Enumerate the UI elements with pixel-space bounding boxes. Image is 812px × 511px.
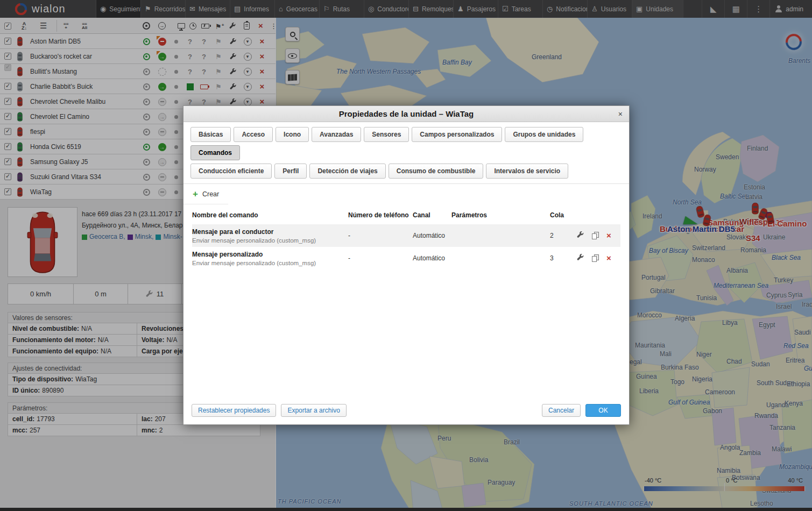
delete-command-icon[interactable]: × (606, 254, 611, 262)
command-queue: 2 (550, 232, 575, 239)
dialog-title: Propiedades de la unidad – WiaTag (339, 109, 474, 118)
dialog-tab-icono[interactable]: Icono (276, 127, 309, 142)
col-channel: Canal (413, 211, 451, 219)
command-channel: Automático (413, 232, 451, 239)
dialog-tab-grupos-de-unidades[interactable]: Grupos de unidades (505, 127, 583, 142)
delete-command-icon[interactable]: × (606, 232, 611, 239)
dialog-tab-detección-de-viajes[interactable]: Detección de viajes (309, 164, 385, 179)
bottom-edge (0, 508, 812, 511)
dialog-tab-campos-personalizados[interactable]: Campos personalizados (412, 127, 502, 142)
col-phone: Número de teléfono (348, 211, 413, 219)
dialog-tab-consumo-de-combustible[interactable]: Consumo de combustible (389, 164, 484, 179)
command-description: Enviar mensaje personalizado (custom_msg… (192, 260, 348, 266)
command-phone: - (348, 232, 413, 239)
edit-command-icon[interactable] (577, 231, 584, 240)
ok-button[interactable]: OK (585, 404, 621, 417)
command-phone: - (348, 254, 413, 262)
dialog-tab-acceso[interactable]: Acceso (234, 127, 273, 142)
command-name: Mensaje personalizado (192, 251, 348, 258)
unit-properties-dialog: Propiedades de la unidad – WiaTag × Bási… (183, 105, 630, 425)
col-queue: Cola (550, 211, 575, 219)
dialog-tab-intervalos-de-servicio[interactable]: Intervalos de servicio (486, 164, 568, 179)
command-row[interactable]: Mensaje para el conductor Enviar mensaje… (192, 224, 620, 247)
copy-command-icon[interactable] (592, 232, 599, 239)
commands-table: Nombre del comando Número de teléfono Ca… (192, 204, 620, 269)
dialog-tab-comandos[interactable]: Comandos (190, 145, 240, 160)
dialog-tab-perfil[interactable]: Perfil (274, 164, 307, 179)
col-command-name: Nombre del comando (192, 211, 348, 219)
dialog-tab-básicas[interactable]: Básicas (190, 127, 231, 142)
reset-properties-button[interactable]: Restablecer propiedades (192, 404, 276, 417)
export-to-file-button[interactable]: Exportar a archivo (281, 404, 346, 417)
dialog-tab-avanzadas[interactable]: Avanzadas (312, 127, 361, 142)
cancel-button[interactable]: Cancelar (542, 404, 581, 417)
edit-command-icon[interactable] (577, 254, 584, 263)
dialog-tab-sensores[interactable]: Sensores (364, 127, 409, 142)
commands-table-header: Nombre del comando Número de teléfono Ca… (192, 204, 620, 224)
plus-icon: + (193, 190, 198, 198)
dialog-tabs: BásicasAccesoIconoAvanzadasSensoresCampo… (183, 122, 629, 184)
command-name: Mensaje para el conductor (192, 228, 348, 236)
command-queue: 3 (550, 254, 575, 262)
create-command-button[interactable]: + Crear (183, 184, 228, 204)
command-row[interactable]: Mensaje personalizado Enviar mensaje per… (192, 247, 620, 269)
command-channel: Automático (413, 254, 451, 262)
dialog-footer: Restablecer propiedades Exportar a archi… (183, 404, 629, 417)
close-icon[interactable]: × (618, 106, 623, 122)
dialog-header: Propiedades de la unidad – WiaTag × (183, 106, 629, 122)
copy-command-icon[interactable] (592, 254, 599, 262)
command-description: Enviar mensaje personalizado (custom_msg… (192, 237, 348, 244)
create-command-label: Crear (202, 190, 219, 198)
dialog-tab-conducción-eficiente[interactable]: Conducción eficiente (190, 164, 272, 179)
col-params: Parámetros (451, 211, 550, 219)
